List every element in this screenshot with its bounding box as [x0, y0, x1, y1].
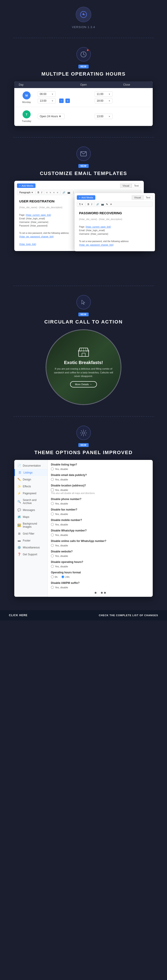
pagination-dots: [51, 592, 149, 593]
sidebar-item-grid-filler[interactable]: ⊞ Grid Filler: [14, 530, 48, 537]
monday-minus-btn[interactable]: −: [59, 99, 64, 103]
format-24h[interactable]: 24h:: [61, 575, 70, 578]
format-0h[interactable]: 0h:: [51, 575, 58, 578]
disable-email-radio[interactable]: [51, 478, 54, 481]
cta-description: If you are just craving a delicious and …: [53, 367, 114, 378]
search-archive-icon: 🔍: [18, 500, 21, 503]
sidebar-item-footer[interactable]: ▬ Footer: [14, 537, 48, 544]
sidebar-item-documentation[interactable]: 📄 Documentation: [14, 462, 48, 469]
toolbar2-paragraph[interactable]: ¶ ▼: [79, 203, 84, 206]
documentation-icon: 📄: [18, 464, 21, 467]
password-heading: PASSWORD RECOVERING: [79, 210, 151, 216]
disable-phone-radio[interactable]: [51, 502, 54, 505]
disable-website-radio[interactable]: [51, 554, 54, 557]
text-tab-2[interactable]: Text: [143, 195, 153, 200]
page-footer: CLICK HERE CHECK THE COMPLETE LIST OF CH…: [0, 610, 167, 620]
tuesday-open-select[interactable]: Open 24 Hours ▼: [38, 114, 64, 119]
disable-hours-radio[interactable]: [51, 565, 54, 568]
email-templates-section: NEW CUSTOMIZE EMAIL TEMPLATES + Add Medi…: [0, 142, 167, 281]
pass-new-pass: To set a new password, visit the followi…: [79, 240, 151, 243]
theme-sidebar: 📄 Documentation ☰ Listings ✏️ Design ✨ E…: [14, 460, 48, 597]
monday-open-2[interactable]: 13:00▼: [38, 98, 56, 103]
dot-1[interactable]: [95, 592, 96, 593]
new-badge-1: NEW: [79, 65, 88, 68]
sidebar-item-search-archive[interactable]: 🔍 Search and Archive: [14, 497, 48, 506]
option-label: Operating hours format: [51, 571, 149, 574]
option-label: Disable operating hours?: [51, 560, 149, 563]
disable-ampm-radio[interactable]: [51, 586, 54, 589]
option-label: Disable location (address)?: [51, 484, 149, 487]
toolbar2-close[interactable]: ✕: [109, 203, 113, 206]
toolbar-media[interactable]: 📷: [66, 191, 71, 194]
sidebar-item-miscellaneous[interactable]: ⚙️ Miscellaneous: [14, 544, 48, 551]
toolbar-align4[interactable]: ≡: [56, 191, 59, 194]
disable-fax-radio[interactable]: [51, 512, 54, 515]
sidebar-item-maps[interactable]: 🗺️ Maps: [14, 514, 48, 520]
option-disable-location: Disable location (address)? Yes, disable…: [51, 484, 149, 495]
section-title-1: MULTIPLE OPERATING HOURS: [41, 71, 125, 77]
disable-mobile-radio[interactable]: [51, 523, 54, 526]
circular-cta-section: NEW CIRCULAR CALL TO ACTION Exotic Break…: [0, 291, 167, 412]
toolbar-italic[interactable]: I: [40, 191, 43, 194]
sidebar-item-listings[interactable]: ☰ Listings: [14, 469, 48, 476]
tuesday-close[interactable]: 13:00▼: [95, 114, 112, 119]
toolbar-align2[interactable]: ≡: [49, 191, 52, 194]
sidebar-item-messages[interactable]: 💬 Messages: [14, 506, 48, 514]
disable-wa-calls-radio[interactable]: [51, 544, 54, 547]
monday-close-1[interactable]: 11:00▼: [95, 91, 112, 97]
svg-rect-7: [82, 353, 85, 356]
monday-close-2[interactable]: 18:00▼: [95, 98, 112, 103]
new-badge-3: NEW: [79, 313, 88, 317]
toolbar-align3[interactable]: ≡: [53, 191, 56, 194]
option-disable-whatsapp-calls: Disable online calls for WhatsApp number…: [51, 539, 149, 547]
pass-username: Username: {#star_username}: [79, 232, 151, 236]
visual-tab-2[interactable]: Visual: [132, 195, 143, 200]
footer-changes-btn[interactable]: CHECK THE COMPLETE LIST OF CHANGES: [99, 614, 158, 617]
hours-format-options: 0h: 24h:: [51, 575, 149, 578]
cta-background: Exotic Breakfasts! If you are just cravi…: [47, 330, 120, 404]
toolbar-align1[interactable]: ≡: [45, 191, 48, 194]
toolbar2-more[interactable]: ✎: [105, 203, 109, 206]
disable-location-checkbox[interactable]: [51, 488, 54, 492]
sidebar-item-background-images[interactable]: 🖼️ Background Images: [14, 520, 48, 530]
option-label: Disable mobile number?: [51, 519, 149, 522]
format-0h-radio[interactable]: [51, 575, 54, 578]
option-label: Disable website?: [51, 550, 149, 553]
dot-2[interactable]: [98, 592, 100, 593]
theme-options-section: NEW THEME OPTIONS PANEL IMPROVED 📄 Docum…: [0, 421, 167, 603]
visual-tab-1[interactable]: Visual: [120, 183, 132, 188]
sidebar-item-design[interactable]: ✏️ Design: [14, 476, 48, 483]
disable-whatsapp-radio[interactable]: [51, 533, 54, 536]
header-section: VERSION 1.3.4: [0, 0, 167, 33]
add-media-btn-1[interactable]: + Add Media: [17, 183, 35, 188]
toolbar2-bold[interactable]: B: [87, 203, 90, 206]
grid-filler-icon: ⊞: [18, 532, 21, 535]
circular-cta-display: Exotic Breakfasts! If you are just cravi…: [45, 329, 122, 405]
section-title-3: CIRCULAR CALL TO ACTION: [44, 319, 122, 325]
svg-point-8: [82, 432, 85, 434]
toolbar2-link[interactable]: 🔗: [95, 203, 100, 206]
option-disable-email: Disable email data publicly? Yes, disabl…: [51, 474, 149, 481]
footer-click-here-btn[interactable]: CLICK HERE: [9, 614, 27, 617]
sidebar-item-effects[interactable]: ✨ Effects: [14, 483, 48, 490]
cta-more-details-btn[interactable]: More Details →: [70, 381, 97, 387]
messages-icon: 💬: [18, 508, 21, 512]
text-tab-1[interactable]: Text: [132, 183, 141, 188]
format-24h-radio[interactable]: [61, 575, 64, 578]
toolbar-bold[interactable]: B: [37, 191, 40, 194]
monday-open-1[interactable]: 06:00▼: [38, 91, 56, 97]
add-media-btn-2[interactable]: + Add Media: [77, 195, 95, 200]
sidebar-item-get-support[interactable]: ❓ Get Support: [14, 551, 48, 558]
sidebar-item-pagespeed[interactable]: ⚡ Pagespeed: [14, 490, 48, 497]
dot-3[interactable]: [101, 592, 103, 593]
disable-logo-radio[interactable]: [51, 468, 54, 470]
toolbar-paragraph[interactable]: Paragraph ▼: [19, 191, 34, 194]
option-label: Disable AM/PM suffix?: [51, 581, 149, 584]
monday-plus-btn[interactable]: +: [66, 99, 70, 103]
pass-site-name: {#star_site_name} - {#star_site_descript…: [79, 218, 151, 221]
toolbar2-italic[interactable]: I: [90, 203, 93, 206]
dot-4[interactable]: [104, 592, 106, 593]
toolbar-link[interactable]: 🔗: [62, 191, 66, 194]
pass-change-link: {#star_wp_password_change_link}: [79, 243, 151, 247]
toolbar2-media[interactable]: 📷: [100, 203, 105, 206]
